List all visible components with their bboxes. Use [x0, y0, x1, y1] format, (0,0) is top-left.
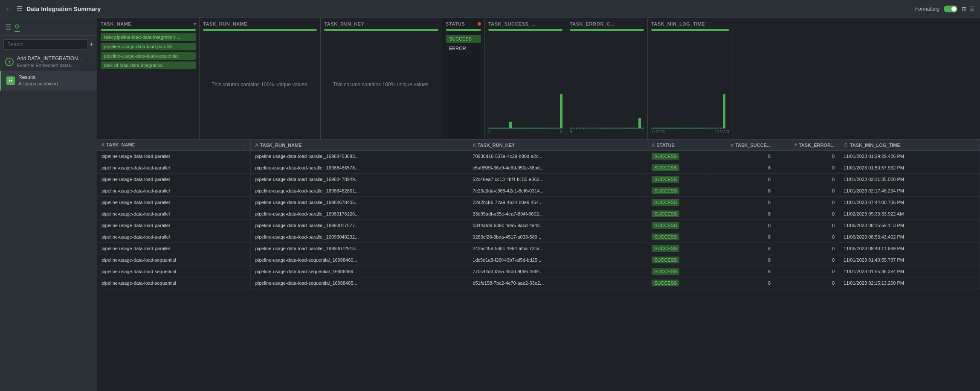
cell-task-success: 8	[711, 254, 775, 266]
profile-card-task-error: TASK_ERROR_C...	[566, 18, 648, 139]
table-row: pipeline-usage-data-load-sequential pipe…	[97, 266, 980, 277]
cell-task-name: pipeline-usage-data-load-parallel	[97, 208, 251, 220]
cell-task-name: pipeline-usage-data-load-parallel	[97, 231, 251, 243]
cell-task-run-key: 70936d16-537e-4c29-b80d-a2c...	[468, 151, 647, 162]
cell-task-error: 0	[775, 243, 839, 254]
cell-task-success: 8	[711, 220, 775, 231]
col-type-a1: A	[101, 142, 104, 147]
cell-task-success: 8	[711, 162, 775, 174]
cell-task-error: 0	[775, 185, 839, 197]
chart-max-task-success: 8	[560, 129, 562, 134]
cell-task-min-log-time: 11/01/2023 07:44:00.706 PM	[839, 197, 980, 208]
sidebar-icon-2[interactable]: ⚲	[14, 23, 20, 32]
cell-task-success: 8	[711, 151, 775, 162]
col-header-task-name-table[interactable]: ATASK_NAME ⋮	[97, 140, 251, 151]
status-badge: SUCCESS	[652, 233, 679, 240]
cell-task-run-key: 770c44d3-f3ea-450d-9096-f589...	[468, 266, 647, 277]
tag-item-3: pipeline-usage-data-load-sequential	[101, 52, 196, 60]
sidebar: ☰ ⚲ + + Add DATA_INTEGRATION... External…	[0, 18, 97, 391]
col-header-task-success-table[interactable]: #TASK_SUCCE...	[711, 140, 775, 151]
cell-task-error: 0	[775, 254, 839, 266]
cell-task-success: 8	[711, 243, 775, 254]
table-row: pipeline-usage-data-load-parallel pipeli…	[97, 185, 980, 197]
sidebar-add-item[interactable]: + Add DATA_INTEGRATION... External Embed…	[0, 53, 97, 71]
col-header-status-table[interactable]: ASTATUS	[647, 140, 711, 151]
cell-task-run-name: pipeline-usage-data-load-parallel_169884…	[251, 162, 468, 174]
add-button[interactable]: +	[90, 41, 93, 48]
cell-task-run-name: pipeline-usage-data-load-parallel_169884…	[251, 185, 468, 197]
green-bar-task-success	[488, 29, 562, 31]
table-row: pipeline-usage-data-load-sequential pipe…	[97, 254, 980, 266]
back-button[interactable]: ←	[5, 5, 12, 13]
document-icon: ☰	[16, 5, 22, 13]
status-tag-success: SUCCESS	[446, 35, 481, 43]
green-bar-task-min-log-time	[651, 29, 729, 31]
status-badge: SUCCESS	[652, 164, 679, 171]
cell-task-name: pipeline-usage-data-load-parallel	[97, 151, 251, 162]
page-title: Data Integration Summary	[26, 6, 911, 12]
cell-task-error: 0	[775, 162, 839, 174]
chart-bars-task-success	[488, 94, 562, 128]
cell-task-run-name: pipeline-usage-data-load-parallel_169886…	[251, 197, 468, 208]
cell-task-run-key: 0344afd6-639c-4da5-9acd-4e42...	[468, 220, 647, 231]
cell-task-error: 0	[775, 231, 839, 243]
table-view-icon[interactable]: ⊞	[962, 6, 967, 12]
table-row: pipeline-usage-data-load-parallel pipeli…	[97, 220, 980, 231]
list-view-icon[interactable]: ☰	[969, 6, 975, 12]
col-header-task-error-table[interactable]: #TASK_ERROR...	[775, 140, 839, 151]
chart-bars-task-error	[570, 94, 644, 128]
cell-task-success: 8	[711, 185, 775, 197]
cell-task-error: 0	[775, 266, 839, 277]
profile-section: TASK_NAME ▿ task-pipeline-load-data-inte…	[97, 18, 980, 140]
formatting-label: Formatting	[915, 6, 939, 12]
table-row: pipeline-usage-data-load-parallel pipeli…	[97, 174, 980, 185]
unique-values-task-run-key: This column contains 100% unique values.	[324, 73, 438, 96]
cell-task-run-name: pipeline-usage-data-load-parallel_169930…	[251, 243, 468, 254]
profile-card-task-run-key: TASK_RUN_KEY This column contains 100% u…	[321, 18, 442, 139]
search-row: +	[0, 36, 97, 53]
col-header-task-min-log-time-table[interactable]: ⏱TASK_MIN_LOG_TIME	[839, 140, 980, 151]
cell-task-name: pipeline-usage-data-load-parallel	[97, 174, 251, 185]
formatting-toggle[interactable]	[944, 6, 957, 12]
card-header-task-run-name: TASK_RUN_NAME	[203, 21, 317, 26]
status-tag-error: ERROR	[446, 44, 481, 52]
status-badge: SUCCESS	[652, 245, 679, 252]
col-label-task-run-name: TASK_RUN_NAME	[203, 21, 247, 26]
cell-task-run-key: 22a2bcb6-72a9-4b24-b0e6-454...	[468, 197, 647, 208]
card-header-task-name: TASK_NAME ▿	[101, 21, 196, 26]
col-header-task-run-name-table[interactable]: ATASK_RUN_NAME	[251, 140, 468, 151]
cell-task-min-log-time: 11/06/2023 09:48:11.989 PM	[839, 243, 980, 254]
top-header: ← ☰ Data Integration Summary Formatting …	[0, 0, 980, 18]
cell-status: SUCCESS	[647, 208, 711, 220]
more-icon-col1[interactable]: ⋮	[241, 142, 246, 148]
cell-task-name: pipeline-usage-data-load-parallel	[97, 243, 251, 254]
cell-status: SUCCESS	[647, 243, 711, 254]
table-row: pipeline-usage-data-load-parallel pipeli…	[97, 208, 980, 220]
profile-card-task-min-log-time: TASK_MIN_LOG_TIME	[648, 18, 733, 139]
cell-task-error: 0	[775, 197, 839, 208]
col-type-a2: A	[255, 143, 258, 148]
table-row: pipeline-usage-data-load-parallel pipeli…	[97, 243, 980, 254]
status-red-dot	[478, 22, 481, 26]
cell-status: SUCCESS	[647, 220, 711, 231]
cell-task-run-name: pipeline-usage-data-load-sequential_1698…	[251, 277, 468, 289]
filter-icon[interactable]: ▿	[194, 22, 196, 26]
sidebar-results-item[interactable]: ☷ Results All steps combined	[0, 71, 97, 90]
cell-task-name: pipeline-usage-data-load-parallel	[97, 185, 251, 197]
search-input[interactable]	[3, 39, 88, 50]
col-header-task-run-key-table[interactable]: ATASK_RUN_KEY	[468, 140, 647, 151]
card-header-status: STATUS	[446, 21, 481, 26]
cell-task-error: 0	[775, 208, 839, 220]
profile-card-status: STATUS SUCCESS ERROR	[442, 18, 485, 139]
cell-task-success: 8	[711, 231, 775, 243]
cell-status: SUCCESS	[647, 197, 711, 208]
status-badge: SUCCESS	[652, 280, 679, 286]
sidebar-icon-1[interactable]: ☰	[5, 23, 11, 32]
col-label-task-success: TASK_SUCCESS_...	[488, 21, 536, 26]
data-table-section: ATASK_NAME ⋮ ATASK_RUN_NAME ATASK_RUN_KE…	[97, 140, 980, 391]
col-label-task-error: TASK_ERROR_C...	[570, 21, 615, 26]
green-bar-status	[446, 29, 481, 31]
cell-task-run-key: 33d95adf-a35e-4ea7-804f-8602...	[468, 208, 647, 220]
table-row: pipeline-usage-data-load-sequential pipe…	[97, 277, 980, 289]
cell-task-success: 8	[711, 197, 775, 208]
